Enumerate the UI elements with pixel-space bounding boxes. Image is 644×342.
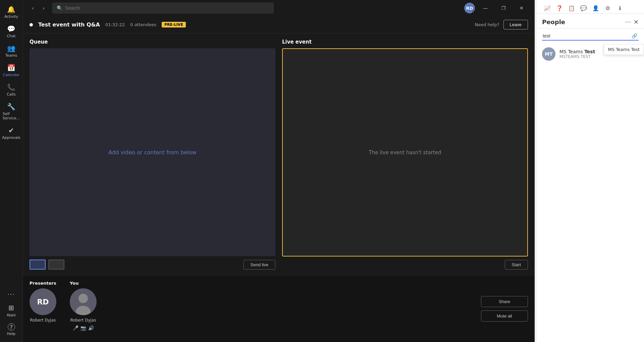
event-header: Test event with Q&A 01:32:22 0 attendees… [23, 16, 535, 34]
info-icon: ℹ [619, 5, 621, 11]
sidebar-item-activity[interactable]: 🔔 Activity [2, 3, 21, 21]
maximize-button[interactable]: ❐ [496, 3, 511, 13]
calendar-icon: 📅 [7, 64, 15, 72]
thumbnail-active[interactable] [30, 260, 46, 270]
tab-settings[interactable]: ⚙ [602, 3, 613, 13]
search-link-icon[interactable]: 🔗 [632, 33, 637, 39]
sidebar-bottom: ··· ⊞ Apps ? Help [0, 288, 22, 339]
panels-row: Queue Add video or content from below Se… [23, 34, 535, 275]
queue-panel-controls: Send live [30, 260, 275, 270]
minimize-button[interactable]: — [478, 3, 493, 13]
presenter-card: RD Robert Dyjas [30, 288, 56, 323]
people-icon: 👤 [592, 5, 599, 11]
close-icon: ✕ [520, 5, 524, 11]
sidebar-item-chat[interactable]: 💬 Chat [2, 22, 21, 41]
sidebar-item-label: Self Service... [3, 112, 20, 120]
camera-icon: 📷 [80, 325, 86, 331]
top-bar: ‹ › 🔍 RD — ❐ ✕ [23, 0, 535, 16]
people-search-container: 🔗 [537, 28, 644, 44]
approvals-icon: ✔ [8, 126, 14, 134]
tab-qa[interactable]: ❓ [554, 3, 565, 13]
notes-icon: 📋 [568, 5, 575, 11]
live-panel-title: Live event [282, 39, 528, 45]
speaker-icon: 🔊 [88, 325, 94, 331]
activity-icon: 🔔 [7, 5, 15, 13]
avatar[interactable]: RD [464, 3, 475, 13]
you-card: Robert Dyjas 🎤 📷 🔊 [70, 288, 97, 331]
back-button[interactable]: ‹ [28, 3, 38, 13]
event-area: Queue Add video or content from below Se… [23, 34, 535, 342]
person-name-bold: Test [584, 49, 595, 54]
need-help-link[interactable]: Need help? [475, 22, 499, 27]
sidebar-item-label: Chat [7, 34, 16, 38]
svg-point-1 [78, 294, 88, 303]
mute-all-button[interactable]: Mute all [481, 310, 528, 322]
share-mute-section: Share Mute all [481, 281, 528, 337]
event-header-right: Need help? Leave [475, 20, 528, 30]
forward-button[interactable]: › [39, 3, 48, 13]
analytics-icon: 📈 [544, 5, 551, 11]
tab-chat[interactable]: 💬 [578, 3, 589, 13]
share-button[interactable]: Share [481, 296, 528, 307]
sidebar-item-label: Help [7, 332, 15, 336]
person-name-before: MS Teams [559, 49, 584, 54]
sidebar-item-label: Teams [5, 53, 17, 58]
sidebar-item-label: Calls [7, 92, 15, 97]
teams-icon: 👥 [7, 44, 15, 52]
sidebar-item-label: Activity [4, 14, 18, 19]
attendees-count: 0 attendees [130, 22, 156, 27]
queue-placeholder-text: Add video or content from below [108, 149, 196, 156]
presenter-initials: RD [37, 298, 49, 306]
person-avatar: MT [542, 47, 555, 61]
sidebar-item-calendar[interactable]: 📅 Calendar [2, 61, 21, 80]
presenter-name: Robert Dyjas [30, 318, 56, 323]
qa-icon: ❓ [556, 5, 563, 11]
chat-tab-icon: 💬 [580, 5, 587, 11]
thumbnail-inactive[interactable] [48, 260, 64, 270]
sidebar-item-more[interactable]: ··· [2, 288, 21, 300]
sidebar-item-self-service[interactable]: 🔧 Self Service... [2, 100, 21, 123]
right-panel-close-button[interactable]: ✕ [634, 18, 639, 25]
start-button[interactable]: Start [505, 260, 528, 270]
presenters-label: Presenters [30, 281, 56, 286]
tab-analytics[interactable]: 📈 [542, 3, 553, 13]
sidebar-item-help[interactable]: ? Help [2, 321, 21, 339]
close-button[interactable]: ✕ [514, 3, 529, 13]
queue-video-area: Add video or content from below [30, 48, 275, 256]
leave-button[interactable]: Leave [503, 20, 528, 30]
sidebar-item-label: Calendar [3, 73, 19, 77]
main-content: ‹ › 🔍 RD — ❐ ✕ T [23, 0, 535, 342]
search-icon: 🔍 [57, 5, 62, 11]
panel-thumbnails [30, 260, 64, 270]
apps-icon: ⊞ [8, 304, 14, 312]
person-subtitle: MSTEAMS.TEST [559, 54, 639, 59]
you-presenter-name: Robert Dyjas [70, 318, 96, 323]
people-search-input[interactable] [542, 32, 639, 41]
more-options-button[interactable]: ··· [625, 18, 631, 25]
you-avatar [70, 288, 97, 315]
event-title: Test event with Q&A [38, 21, 100, 28]
sidebar-item-apps[interactable]: ⊞ Apps [2, 301, 21, 320]
event-time: 01:32:22 [105, 22, 125, 27]
sidebar-item-approvals[interactable]: ✔ Approvals [2, 124, 21, 142]
tab-info[interactable]: ℹ [614, 3, 625, 13]
send-live-button[interactable]: Send live [244, 260, 275, 270]
right-panel-tabs: 📈 ❓ 📋 💬 👤 ⚙ ℹ [537, 0, 644, 14]
you-group: You Robert Dyjas 🎤 [70, 281, 97, 331]
search-input[interactable] [65, 5, 269, 11]
status-badge: PRE-LIVE [162, 22, 186, 27]
person-item-ms-teams-test[interactable]: MT MS Teams Test MSTEAMS.TEST MS Teams T… [537, 44, 644, 64]
sidebar-item-calls[interactable]: 📞 Calls [2, 80, 21, 99]
presenter-avatar: RD [30, 288, 56, 315]
you-label: You [70, 281, 97, 286]
nav-arrows: ‹ › [28, 3, 48, 13]
help-icon: ? [8, 323, 15, 331]
tab-notes[interactable]: 📋 [566, 3, 577, 13]
sidebar-item-teams[interactable]: 👥 Teams [2, 42, 21, 60]
presenter-icons: 🎤 📷 🔊 [73, 325, 94, 331]
tab-people[interactable]: 👤 [590, 3, 601, 13]
search-bar[interactable]: 🔍 [52, 3, 274, 13]
right-panel: 📈 ❓ 📋 💬 👤 ⚙ ℹ People ··· ✕ 🔗 MT [537, 0, 644, 342]
right-panel-header: People ··· ✕ [537, 14, 644, 28]
maximize-icon: ❐ [501, 5, 506, 11]
